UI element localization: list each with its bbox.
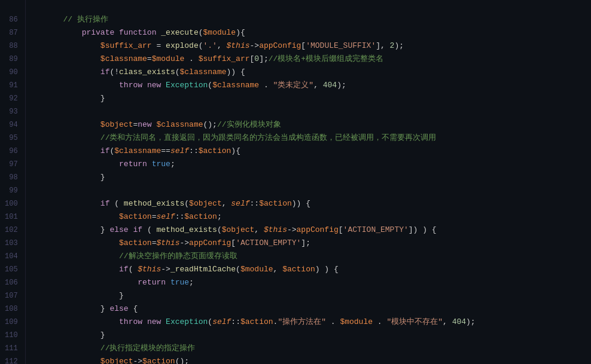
ln-104: 104 [5,250,18,263]
code-line-86: private function _execute($module){ [35,13,591,26]
code-line-110: //执行指定模块的指定操作 [35,329,591,342]
ln-103: 103 [5,237,18,250]
ln-94: 94 [5,118,18,131]
code-lines: // 执行操作 private function _execute($modul… [26,0,591,364]
ln-92: 92 [5,92,18,105]
ln-105: 105 [5,263,18,276]
ln-102: 102 [5,224,18,237]
ln-97: 97 [5,158,18,171]
line-number-gutter: 86 87 88 89 90 91 92 93 94 95 96 97 98 9… [0,0,26,364]
code-line-header: // 执行操作 [35,0,591,13]
ln-109: 109 [5,316,18,329]
ln-95: 95 [5,131,18,145]
ln-112: 112 [5,355,18,364]
ln-100: 100 [5,197,18,210]
code-line-93: $object=new $classname();//实例化模块对象 [35,105,591,118]
ln-111: 111 [5,342,18,355]
code-line-99: if ( method_exists($object, self::$actio… [35,184,591,197]
ln-93: 93 [5,105,18,118]
ln-101: 101 [5,210,18,224]
code-line-98 [35,171,591,184]
ln-88: 88 [5,39,18,53]
ln-87: 87 [5,26,18,39]
ln-89: 89 [5,53,18,66]
code-editor: 86 87 88 89 90 91 92 93 94 95 96 97 98 9… [0,0,591,364]
ln-110: 110 [5,329,18,342]
code-line-92 [35,92,591,105]
ln-91: 91 [5,79,18,92]
ln-96: 96 [5,145,18,158]
ln-106: 106 [5,276,18,289]
ln-108: 108 [5,302,18,316]
ln-98: 98 [5,171,18,184]
ln-107: 107 [5,289,18,302]
ln-empty [5,0,18,13]
ln-90: 90 [5,66,18,79]
ln-99: 99 [5,184,18,197]
ln-86: 86 [5,13,18,26]
